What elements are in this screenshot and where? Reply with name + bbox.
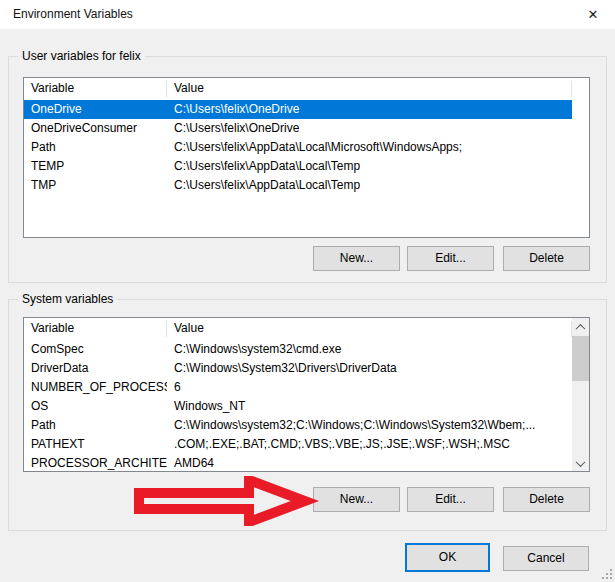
system-variables-rows: ComSpec C:\Windows\system32\cmd.exe Driv… [24, 340, 572, 471]
value-cell: C:\Windows\system32\cmd.exe [167, 340, 572, 359]
variable-cell: TMP [24, 176, 167, 195]
scrollbar-thumb[interactable] [572, 336, 589, 381]
variable-cell: Path [24, 138, 167, 157]
value-cell: C:\Windows\System32\Drivers\DriverData [167, 359, 572, 378]
value-cell: C:\Users\felix\OneDrive [167, 119, 572, 138]
value-cell: C:\Windows\system32;C:\Windows;C:\Window… [167, 416, 572, 435]
system-table-header: Variable Value [24, 318, 572, 340]
column-header-value[interactable]: Value [167, 318, 572, 339]
user-variables-rows: OneDrive C:\Users\felix\OneDrive OneDriv… [24, 100, 572, 237]
variable-cell: OneDriveConsumer [24, 119, 167, 138]
value-cell: C:\Users\felix\OneDrive [167, 100, 572, 119]
value-cell: AMD64 [167, 454, 572, 471]
ok-button[interactable]: OK [405, 543, 490, 572]
table-row[interactable]: Path C:\Windows\system32;C:\Windows;C:\W… [24, 416, 572, 435]
user-variables-group-label: User variables for felix [18, 49, 145, 63]
value-cell: C:\Users\felix\AppData\Local\Microsoft\W… [167, 138, 572, 157]
user-table-header: Variable Value [24, 78, 572, 100]
column-header-variable[interactable]: Variable [24, 78, 167, 99]
scroll-down-icon[interactable] [572, 454, 589, 471]
environment-variables-dialog: { "window": { "title": "Environment Vari… [0, 0, 615, 582]
table-row[interactable]: DriverData C:\Windows\System32\Drivers\D… [24, 359, 572, 378]
table-row[interactable]: PROCESSOR_ARCHITECTURE AMD64 [24, 454, 572, 471]
column-separator [166, 321, 167, 337]
scroll-up-icon[interactable] [572, 318, 589, 335]
variable-cell: PATHEXT [24, 435, 167, 454]
table-row[interactable]: NUMBER_OF_PROCESSORS 6 [24, 378, 572, 397]
system-new-button[interactable]: New... [313, 487, 400, 512]
system-delete-button[interactable]: Delete [503, 487, 590, 512]
cancel-button[interactable]: Cancel [503, 546, 589, 571]
table-row[interactable]: TEMP C:\Users\felix\AppData\Local\Temp [24, 157, 572, 176]
window-title: Environment Variables [13, 0, 133, 29]
variable-cell: NUMBER_OF_PROCESSORS [24, 378, 167, 397]
close-icon[interactable]: ✕ [576, 0, 610, 29]
vertical-scrollbar[interactable] [572, 318, 589, 471]
column-header-value[interactable]: Value [167, 78, 572, 99]
variable-cell: TEMP [24, 157, 167, 176]
user-variables-table: Variable Value OneDrive C:\Users\felix\O… [23, 77, 590, 238]
variable-cell: OneDrive [24, 100, 167, 119]
value-cell: .COM;.EXE;.BAT;.CMD;.VBS;.VBE;.JS;.JSE;.… [167, 435, 572, 454]
table-row[interactable]: TMP C:\Users\felix\AppData\Local\Temp [24, 176, 572, 195]
table-row[interactable]: PATHEXT .COM;.EXE;.BAT;.CMD;.VBS;.VBE;.J… [24, 435, 572, 454]
system-variables-group-label: System variables [18, 292, 117, 306]
resize-grip[interactable] [600, 567, 613, 580]
table-row[interactable]: OneDrive C:\Users\felix\OneDrive [24, 100, 572, 119]
user-new-button[interactable]: New... [313, 246, 400, 271]
variable-cell: DriverData [24, 359, 167, 378]
variable-cell: ComSpec [24, 340, 167, 359]
user-delete-button[interactable]: Delete [503, 246, 590, 271]
variable-cell: PROCESSOR_ARCHITECTURE [24, 454, 167, 471]
user-edit-button[interactable]: Edit... [407, 246, 494, 271]
table-row[interactable]: OneDriveConsumer C:\Users\felix\OneDrive [24, 119, 572, 138]
variable-cell: OS [24, 397, 167, 416]
table-row[interactable]: Path C:\Users\felix\AppData\Local\Micros… [24, 138, 572, 157]
value-cell: C:\Users\felix\AppData\Local\Temp [167, 157, 572, 176]
titlebar: Environment Variables ✕ [0, 0, 615, 29]
system-edit-button[interactable]: Edit... [407, 487, 494, 512]
value-cell: C:\Users\felix\AppData\Local\Temp [167, 176, 572, 195]
table-row[interactable]: OS Windows_NT [24, 397, 572, 416]
column-separator [166, 81, 167, 97]
value-cell: 6 [167, 378, 572, 397]
system-variables-table: Variable Value ComSpec C:\Windows\system… [23, 317, 590, 472]
column-header-variable[interactable]: Variable [24, 318, 167, 339]
variable-cell: Path [24, 416, 167, 435]
table-row[interactable]: ComSpec C:\Windows\system32\cmd.exe [24, 340, 572, 359]
column-separator [571, 81, 572, 97]
value-cell: Windows_NT [167, 397, 572, 416]
